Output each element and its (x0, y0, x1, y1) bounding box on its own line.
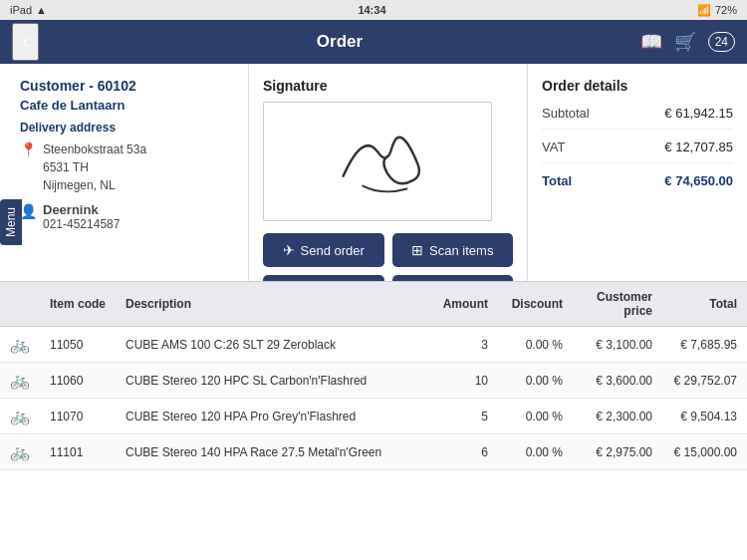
send-icon: ✈ (283, 242, 295, 258)
carrier-label: iPad (10, 4, 32, 16)
address-row: 📍 Steenbokstraat 53a 6531 TH Nijmegen, N… (20, 140, 234, 194)
row-icon: 🚲 (0, 399, 40, 434)
scan-items-button[interactable]: ⊞ Scan items (392, 233, 514, 267)
row-description: CUBE AMS 100 C:26 SLT 29 Zeroblack (116, 327, 433, 363)
table-row: 🚲 11101 CUBE Stereo 140 HPA Race 27.5 Me… (0, 434, 747, 470)
vat-value: € 12,707.85 (664, 140, 733, 154)
row-discount: 0.00 % (498, 434, 573, 470)
order-details-title: Order details (542, 78, 733, 94)
subtotal-label: Subtotal (542, 106, 590, 121)
row-description: CUBE Stereo 120 HPC SL Carbon'n'Flashred (116, 363, 433, 399)
cart-badge: 24 (708, 32, 735, 52)
row-customer-price: € 2,300.00 (573, 399, 662, 434)
row-customer-price: € 2,975.00 (573, 434, 662, 470)
person-row: 👤 Deernink 021-45214587 (20, 202, 234, 231)
subtotal-row: Subtotal € 61,942.15 (542, 106, 733, 130)
vat-label: VAT (542, 140, 565, 154)
row-customer-price: € 3,600.00 (573, 363, 662, 399)
status-bar-time: 14:34 (358, 4, 385, 16)
row-icon: 🚲 (0, 434, 40, 470)
order-table: Item code Description Amount Discount Cu… (0, 281, 747, 470)
col-header-discount: Discount (498, 282, 573, 327)
wifi-icon: ▲ (36, 4, 47, 16)
row-item-code: 11050 (40, 327, 116, 363)
bluetooth-icon: 📶 (697, 4, 711, 17)
back-button[interactable]: ‹ (12, 23, 39, 61)
signature-box (263, 102, 492, 221)
cart-icon[interactable]: 🛒 (674, 31, 696, 53)
right-panel: Order details Subtotal € 61,942.15 VAT €… (528, 64, 747, 281)
status-bar-left: iPad ▲ (10, 4, 47, 16)
table-row: 🚲 11070 CUBE Stereo 120 HPA Pro Grey'n'F… (0, 399, 747, 434)
col-header-desc: Description (116, 282, 433, 327)
total-value: € 74,650.00 (664, 173, 733, 188)
total-label: Total (542, 173, 572, 188)
col-header-total: Total (662, 282, 747, 327)
middle-panel: Signature ✈ Send order ⊞ Scan items ☰ St… (249, 64, 528, 281)
row-icon: 🚲 (0, 363, 40, 399)
contact-name: Deernink (43, 202, 120, 217)
vat-row: VAT € 12,707.85 (542, 140, 733, 163)
side-menu-tab[interactable]: Menu (0, 199, 22, 245)
row-item-code: 11101 (40, 434, 116, 470)
table-row: 🚲 11060 CUBE Stereo 120 HPC SL Carbon'n'… (0, 363, 747, 399)
row-amount: 10 (433, 363, 498, 399)
row-description: CUBE Stereo 120 HPA Pro Grey'n'Flashred (116, 399, 433, 434)
cafe-name: Cafe de Lantaarn (20, 98, 234, 113)
address-line2: 6531 TH (43, 158, 146, 176)
row-amount: 6 (433, 434, 498, 470)
col-header-customer-price: Customerprice (573, 282, 662, 327)
col-header-code: Item code (40, 282, 116, 327)
customer-id: Customer - 60102 (20, 78, 234, 94)
battery-label: 72% (715, 4, 737, 16)
row-item-code: 11070 (40, 399, 116, 434)
delivery-label: Delivery address (20, 121, 234, 135)
row-discount: 0.00 % (498, 399, 573, 434)
row-customer-price: € 3,100.00 (573, 327, 662, 363)
nav-icons: 📖 🛒 24 (640, 31, 735, 53)
row-total: € 9,504.13 (662, 399, 747, 434)
table-header-row: Item code Description Amount Discount Cu… (0, 282, 747, 327)
col-header-amount: Amount (433, 282, 498, 327)
row-discount: 0.00 % (498, 363, 573, 399)
table-section: Item code Description Amount Discount Cu… (0, 281, 747, 560)
person-icon: 👤 (20, 203, 37, 219)
row-amount: 5 (433, 399, 498, 434)
book-icon[interactable]: 📖 (640, 31, 662, 53)
contact-phone: 021-45214587 (43, 217, 120, 231)
nav-bar: ‹ Order 📖 🛒 24 (0, 20, 747, 64)
table-row: 🚲 11050 CUBE AMS 100 C:26 SLT 29 Zerobla… (0, 327, 747, 363)
row-total: € 7,685.95 (662, 327, 747, 363)
nav-title: Order (317, 32, 363, 52)
status-bar: iPad ▲ 14:34 📶 72% (0, 0, 747, 20)
row-total: € 15,000.00 (662, 434, 747, 470)
row-amount: 3 (433, 327, 498, 363)
row-icon: 🚲 (0, 327, 40, 363)
address-line1: Steenbokstraat 53a (43, 140, 146, 158)
row-total: € 29,752.07 (662, 363, 747, 399)
send-order-button[interactable]: ✈ Send order (263, 233, 384, 267)
address-city: Nijmegen, NL (43, 176, 146, 194)
row-discount: 0.00 % (498, 327, 573, 363)
signature-title: Signature (263, 78, 513, 94)
total-row: Total € 74,650.00 (542, 173, 733, 196)
status-bar-right: 📶 72% (697, 4, 737, 17)
row-description: CUBE Stereo 140 HPA Race 27.5 Metal'n'Gr… (116, 434, 433, 470)
subtotal-value: € 61,942.15 (664, 106, 733, 121)
left-panel: Customer - 60102 Cafe de Lantaarn Delive… (0, 64, 249, 281)
row-item-code: 11060 (40, 363, 116, 399)
col-header-img (0, 282, 40, 327)
location-icon: 📍 (20, 141, 37, 157)
scan-icon: ⊞ (411, 242, 423, 258)
